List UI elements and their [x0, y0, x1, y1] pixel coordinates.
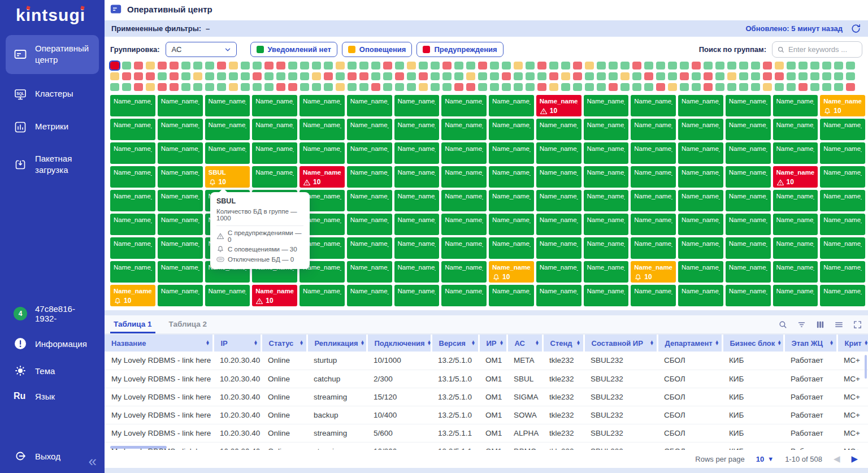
- minimap-cell[interactable]: [537, 83, 546, 91]
- group-tile[interactable]: Name_name_...: [631, 285, 676, 306]
- group-tile[interactable]: Name_name_...: [489, 95, 534, 116]
- group-tile[interactable]: Name_name_...: [773, 95, 818, 116]
- group-tile[interactable]: Name_name_...: [489, 237, 534, 259]
- minimap-cell[interactable]: [834, 72, 843, 80]
- group-tile[interactable]: Name_name_...: [158, 214, 203, 235]
- group-tile[interactable]: Name_name_...: [110, 261, 155, 283]
- rows-icon[interactable]: [834, 320, 844, 329]
- group-tile[interactable]: Name_name_...: [441, 166, 487, 188]
- group-tile[interactable]: Name_name_...: [536, 190, 581, 211]
- group-tile[interactable]: Name_name_...: [536, 166, 581, 188]
- minimap-cell[interactable]: [620, 83, 630, 91]
- table-row[interactable]: My Lovely RDBMS - link here10.20.30.40On…: [105, 406, 868, 424]
- column-header[interactable]: Департамент▲▼: [657, 335, 722, 352]
- minimap-cell[interactable]: [134, 83, 143, 91]
- minimap-cell[interactable]: [692, 62, 701, 70]
- minimap-cell[interactable]: [478, 62, 487, 70]
- group-tile[interactable]: Name_name_...: [110, 237, 155, 259]
- group-tile[interactable]: Name_name_...: [773, 285, 818, 306]
- column-header[interactable]: Репликация▲▼: [307, 335, 367, 352]
- minimap-cell[interactable]: [490, 72, 499, 80]
- minimap-cell[interactable]: [609, 83, 618, 91]
- sidebar-item-language[interactable]: Ru Язык: [6, 386, 99, 406]
- minimap-cell[interactable]: [502, 72, 511, 80]
- group-tile[interactable]: Name_name_...: [394, 166, 440, 188]
- minimap-cell[interactable]: [348, 62, 357, 70]
- minimap-cell[interactable]: [324, 72, 333, 80]
- db-name-link[interactable]: My Lovely RDBMS - link here: [105, 388, 213, 406]
- group-tile[interactable]: Name_name_...: [536, 214, 581, 235]
- minimap-cell[interactable]: [122, 83, 131, 91]
- group-tile[interactable]: Name_name_...: [584, 285, 629, 306]
- minimap-cell[interactable]: [158, 72, 167, 80]
- minimap-cell[interactable]: [798, 83, 808, 91]
- minimap-cell[interactable]: [549, 72, 558, 80]
- minimap-cell[interactable]: [359, 62, 368, 70]
- group-tile[interactable]: Name_name_...: [584, 261, 629, 283]
- group-tile[interactable]: Name_name_...: [489, 142, 534, 164]
- group-tile[interactable]: Name_name_...: [678, 119, 723, 140]
- minimap-cell[interactable]: [715, 62, 724, 70]
- minimap-cell[interactable]: [264, 72, 274, 80]
- minimap-cell[interactable]: [751, 72, 760, 80]
- sidebar-collapse-icon[interactable]: «: [89, 454, 97, 468]
- legend-button[interactable]: Оповещения: [342, 42, 413, 57]
- group-tile[interactable]: Name_name_...: [678, 142, 723, 164]
- minimap-cell[interactable]: [395, 83, 404, 91]
- sort-icon[interactable]: ▲▼: [471, 341, 476, 346]
- column-header[interactable]: Стенд▲▼: [542, 335, 584, 352]
- group-tile[interactable]: Name_name_...: [726, 261, 771, 283]
- minimap-cell[interactable]: [478, 83, 487, 91]
- group-tile[interactable]: Name_name_...: [726, 190, 771, 211]
- column-header[interactable]: Крит▲▼: [837, 335, 868, 352]
- minimap-cell[interactable]: [490, 62, 499, 70]
- group-tile[interactable]: Name_name_...: [205, 285, 250, 306]
- sort-icon[interactable]: ▲▼: [715, 341, 719, 346]
- minimap-cell[interactable]: [383, 83, 392, 91]
- sort-icon[interactable]: ▲▼: [254, 341, 258, 346]
- minimap-cell[interactable]: [431, 62, 440, 70]
- minimap-cell[interactable]: [312, 72, 321, 80]
- group-tile[interactable]: Name_name_...: [441, 285, 487, 306]
- group-tile[interactable]: Name_name_...: [347, 261, 392, 283]
- group-tile[interactable]: Name_name_...: [394, 261, 440, 283]
- group-tile[interactable]: Name_name_...10: [300, 166, 345, 188]
- group-tile[interactable]: Name_name_...: [631, 166, 676, 188]
- column-header[interactable]: IP▲▼: [213, 335, 261, 352]
- group-tile[interactable]: Name_name_...: [158, 190, 203, 211]
- minimap-cell[interactable]: [454, 62, 463, 70]
- minimap-cell[interactable]: [348, 72, 357, 80]
- group-tile[interactable]: Name_name_...: [441, 190, 487, 211]
- group-tile[interactable]: Name_name_...: [394, 285, 440, 306]
- minimap-cell[interactable]: [573, 83, 582, 91]
- minimap-cell[interactable]: [466, 72, 475, 80]
- group-tile[interactable]: Name_name_...: [536, 142, 581, 164]
- minimap-cell[interactable]: [597, 72, 606, 80]
- minimap-cell[interactable]: [158, 83, 167, 91]
- column-header[interactable]: АС▲▼: [507, 335, 542, 352]
- minimap-cell[interactable]: [217, 62, 226, 70]
- minimap-cell[interactable]: [490, 83, 499, 91]
- minimap-cell[interactable]: [810, 72, 819, 80]
- minimap-cell[interactable]: [253, 83, 262, 91]
- minimap-cell[interactable]: [834, 83, 843, 91]
- minimap-cell[interactable]: [727, 83, 736, 91]
- minimap-cell[interactable]: [122, 62, 131, 70]
- legend-button[interactable]: Уведомлений нет: [250, 42, 337, 57]
- sort-icon[interactable]: ▲▼: [206, 341, 210, 346]
- group-tile[interactable]: Name_name_...: [631, 95, 676, 116]
- group-tile[interactable]: Name_name_...: [441, 142, 487, 164]
- group-tile[interactable]: Name_name_...: [726, 95, 771, 116]
- group-search-input[interactable]: [788, 45, 850, 54]
- minimap-cell[interactable]: [751, 83, 760, 91]
- horizontal-scrollbar[interactable]: [110, 446, 167, 449]
- minimap-cell[interactable]: [442, 83, 452, 91]
- refresh-icon[interactable]: [850, 23, 861, 34]
- group-tile[interactable]: Name_name_...: [252, 119, 297, 140]
- minimap-cell[interactable]: [146, 83, 155, 91]
- minimap-cell[interactable]: [715, 83, 724, 91]
- minimap-cell[interactable]: [193, 83, 202, 91]
- minimap-cell[interactable]: [205, 72, 214, 80]
- group-tile[interactable]: Name_name_...: [536, 119, 581, 140]
- group-tile[interactable]: Name_name_...: [347, 166, 392, 188]
